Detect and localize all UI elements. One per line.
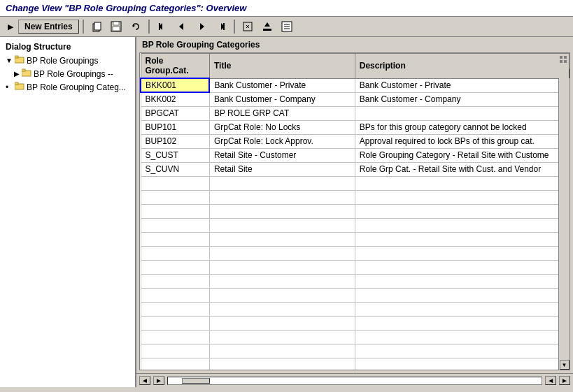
empty-row [141, 358, 570, 370]
table-row[interactable]: S_CUSTRetail Site - CustomerRole Groupin… [141, 148, 570, 162]
sidebar-item-bp-role-groupings[interactable]: ▼ BP Role Groupings [0, 54, 135, 67]
scroll-down-btn[interactable]: ▼ [560, 360, 570, 370]
table-row[interactable]: BKK002Bank Customer - CompanyBank Custom… [141, 92, 570, 106]
empty-cell [209, 288, 355, 302]
svg-rect-28 [564, 56, 567, 59]
new-entries-button[interactable]: New Entries [18, 20, 79, 34]
empty-cell [209, 260, 355, 274]
sidebar-item-bp-role-groupings-sub[interactable]: ▶ BP Role Groupings -- [0, 67, 135, 80]
table-row[interactable]: BPGCATBP ROLE GRP CAT [141, 106, 570, 120]
download-icon[interactable] [258, 19, 276, 34]
nav-prev-icon[interactable] [173, 19, 191, 34]
svg-rect-26 [15, 82, 18, 85]
nav-first-icon[interactable] [153, 19, 171, 34]
content-area: BP Role Grouping Categories Role Group.C… [136, 37, 573, 387]
empty-cell [355, 190, 569, 204]
scrollbar-thumb-h[interactable] [182, 378, 210, 384]
empty-cell [209, 218, 355, 232]
empty-row [141, 260, 570, 274]
nav-next-icon[interactable] [192, 19, 211, 34]
scroll-left-btn[interactable]: ◄ [139, 376, 150, 385]
content-header: BP Role Grouping Categories [136, 37, 573, 52]
empty-cell [209, 204, 355, 218]
save-icon[interactable] [107, 19, 125, 34]
col-title-label: Title [214, 61, 231, 71]
table-row[interactable]: BUP101GrpCat Role: No LocksBPs for this … [141, 120, 570, 134]
empty-cell [141, 330, 209, 344]
cell-code: BUP102 [141, 134, 209, 148]
table-row[interactable]: BUP102GrpCat Role: Lock Approv.Approval … [141, 134, 570, 148]
col-header-title: Title [209, 54, 355, 79]
cell-code: BKK001 [141, 78, 209, 92]
vertical-scrollbar[interactable]: ▲ ▼ [558, 68, 570, 370]
expand-arrow-icon: ▼ [6, 57, 13, 64]
sidebar: Dialog Structure ▼ BP Role Groupings ▶ B… [0, 37, 136, 387]
empty-row [141, 204, 570, 218]
cell-description: Bank Customer - Company [355, 92, 569, 106]
main-area: Dialog Structure ▼ BP Role Groupings ▶ B… [0, 37, 573, 387]
col-code-label: Role Group.Cat. [146, 56, 189, 75]
svg-rect-7 [159, 23, 160, 30]
undo-icon[interactable] [127, 19, 145, 34]
empty-cell [141, 274, 209, 288]
refresh-icon[interactable] [239, 19, 257, 34]
copy-icon[interactable] [87, 19, 106, 34]
table-row[interactable]: S_CUVNRetail SiteRole Grp Cat. - Retail … [141, 162, 570, 176]
empty-cell [141, 288, 209, 302]
toolbar: ▶ New Entries [0, 17, 573, 37]
svg-rect-30 [564, 60, 567, 63]
empty-cell [209, 176, 355, 190]
cell-code: BUP101 [141, 120, 209, 134]
cell-description: BPs for this group category cannot be lo… [355, 120, 569, 134]
table-scroll[interactable]: Role Group.Cat. Title Description [140, 53, 570, 370]
scroll-right-far-btn[interactable]: ► [559, 376, 570, 385]
export-icon[interactable] [278, 19, 296, 34]
table-container: Role Group.Cat. Title Description [139, 52, 570, 370]
empty-row [141, 176, 570, 190]
folder-icon-sub [22, 68, 31, 79]
scroll-track [560, 78, 570, 360]
empty-row [141, 218, 570, 232]
toolbar-separator-2 [148, 20, 150, 34]
col-header-code: Role Group.Cat. [141, 54, 209, 79]
cell-description: Role Grp Cat. - Retail Site with Cust. a… [355, 162, 569, 176]
scrollbar-h[interactable] [167, 377, 542, 385]
table-row[interactable]: BKK001Bank Customer - PrivateBank Custom… [141, 78, 570, 92]
toolbar-separator-3 [234, 20, 235, 34]
empty-cell [141, 204, 209, 218]
empty-cell [141, 218, 209, 232]
empty-cell [355, 218, 569, 232]
empty-cell [141, 190, 209, 204]
svg-rect-3 [113, 22, 119, 25]
empty-cell [355, 204, 569, 218]
empty-cell [141, 316, 209, 330]
sidebar-item-bp-role-grouping-categ[interactable]: • BP Role Grouping Categ... [0, 80, 135, 94]
empty-cell [209, 246, 355, 260]
svg-rect-4 [113, 27, 120, 31]
empty-cell [355, 344, 569, 358]
svg-marker-8 [179, 23, 183, 30]
bullet-icon: • [6, 82, 13, 92]
scroll-right-end-btn[interactable]: ◄ [545, 376, 556, 385]
cell-title: Retail Site - Customer [209, 148, 355, 162]
empty-cell [141, 302, 209, 316]
cell-title: GrpCat Role: Lock Approv. [209, 134, 355, 148]
toolbar-icon-arrow[interactable]: ▶ [4, 20, 17, 34]
svg-rect-15 [263, 29, 271, 31]
scroll-right-btn[interactable]: ► [153, 376, 164, 385]
cell-description: Role Grouping Category - Retail Site wit… [355, 148, 569, 162]
empty-cell [355, 302, 569, 316]
empty-cell [209, 316, 355, 330]
col-resize-icon [559, 55, 567, 66]
empty-cell [355, 330, 569, 344]
empty-cell [209, 344, 355, 358]
sidebar-right-dotted [135, 56, 136, 356]
cell-title: BP ROLE GRP CAT [209, 106, 355, 120]
empty-cell [141, 232, 209, 246]
cell-description: Bank Customer - Private [355, 78, 569, 92]
empty-cell [209, 358, 355, 370]
data-table: Role Group.Cat. Title Description [140, 53, 570, 370]
expand-arrow-sub-icon: ▶ [14, 70, 20, 78]
nav-last-icon[interactable] [212, 19, 230, 34]
cell-description: Approval required to lock BPs of this gr… [355, 134, 569, 148]
